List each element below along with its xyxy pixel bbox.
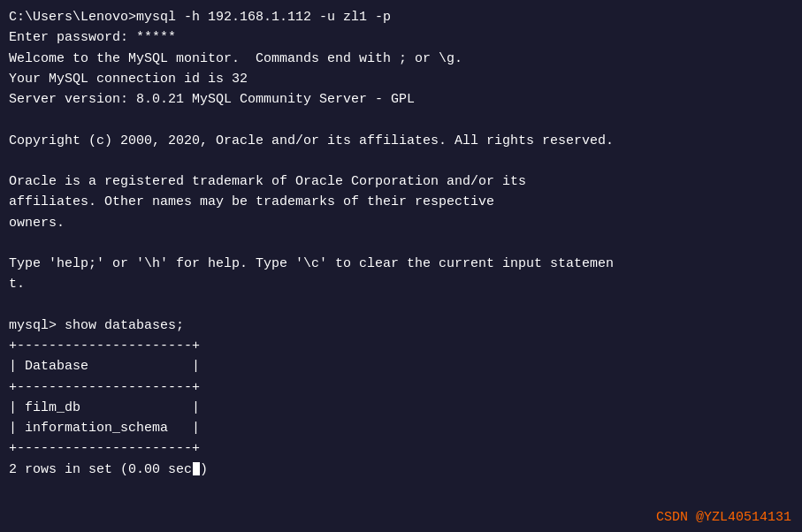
table-header-row: | Database | bbox=[9, 356, 793, 376]
copyright-line: Copyright (c) 2000, 2020, Oracle and/or … bbox=[9, 131, 793, 151]
terminal-window: C:\Users\Lenovo>mysql -h 192.168.1.112 -… bbox=[0, 0, 802, 532]
table-top-border: +----------------------+ bbox=[9, 336, 793, 356]
cursor bbox=[193, 462, 200, 475]
oracle-line3: owners. bbox=[9, 213, 793, 233]
blank1 bbox=[9, 110, 793, 130]
help-line1: Type 'help;' or '\h' for help. Type '\c'… bbox=[9, 254, 793, 274]
show-databases-cmd: mysql> show databases; bbox=[9, 315, 793, 336]
connection-line: Your MySQL connection id is 32 bbox=[9, 69, 793, 89]
oracle-line1: Oracle is a registered trademark of Orac… bbox=[9, 171, 793, 192]
oracle-line2: affiliates. Other names may be trademark… bbox=[9, 192, 793, 212]
result-count-line: 2 rows in set (0.00 sec) bbox=[9, 460, 793, 480]
version-line: Server version: 8.0.21 MySQL Community S… bbox=[9, 89, 793, 110]
cmd-line: C:\Users\Lenovo>mysql -h 192.168.1.112 -… bbox=[9, 7, 793, 27]
table-row-film-db: | film_db | bbox=[9, 398, 793, 418]
table-row-info-schema: | information_schema | bbox=[9, 418, 793, 438]
table-bottom-border: +----------------------+ bbox=[9, 438, 793, 459]
watermark-text: CSDN @YZL40514131 bbox=[656, 510, 791, 525]
table-separator: +----------------------+ bbox=[9, 377, 793, 398]
password-line: Enter password: ***** bbox=[9, 27, 793, 48]
blank3 bbox=[9, 233, 793, 254]
blank4 bbox=[9, 295, 793, 315]
blank2 bbox=[9, 151, 793, 171]
help-line2: t. bbox=[9, 274, 793, 294]
welcome-line: Welcome to the MySQL monitor. Commands e… bbox=[9, 49, 793, 69]
